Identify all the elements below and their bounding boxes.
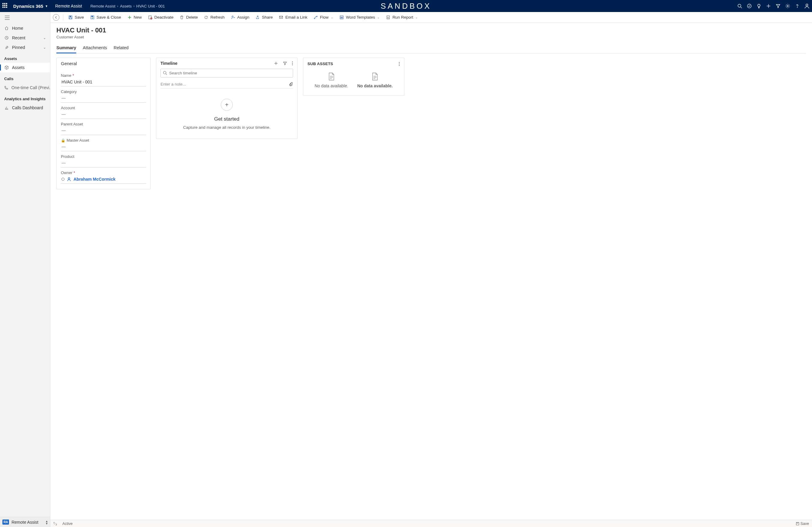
sidebar-item-home[interactable]: Home bbox=[0, 24, 50, 33]
breadcrumb-assets[interactable]: Assets bbox=[120, 4, 132, 9]
filter-icon[interactable] bbox=[775, 3, 781, 9]
svg-point-32 bbox=[292, 65, 293, 66]
save-button[interactable]: Save bbox=[66, 14, 86, 21]
svg-line-1 bbox=[741, 7, 742, 8]
run-report-button[interactable]: Run Report⌄ bbox=[383, 14, 420, 21]
status-save-button[interactable]: Save bbox=[796, 522, 809, 526]
no-data-label: No data available. bbox=[357, 83, 393, 88]
refresh-icon bbox=[204, 15, 208, 20]
chevron-right-icon: › bbox=[117, 4, 118, 8]
tab-related[interactable]: Related bbox=[114, 43, 129, 53]
timeline-create-button[interactable]: + bbox=[221, 99, 233, 111]
deactivate-button[interactable]: Deactivate bbox=[145, 14, 176, 21]
svg-rect-13 bbox=[70, 16, 71, 17]
svg-point-5 bbox=[787, 5, 788, 6]
field-product-label: Product bbox=[61, 154, 74, 159]
brand-dropdown[interactable]: Dynamics 365 ▼ bbox=[13, 4, 48, 9]
empty-description: Capture and manage all records in your t… bbox=[183, 125, 270, 130]
owner-link[interactable]: Abraham McCormick bbox=[73, 177, 115, 182]
field-name-label: Name bbox=[61, 73, 71, 78]
sidebar-item-assets[interactable]: Assets bbox=[0, 63, 50, 72]
back-button[interactable] bbox=[53, 14, 59, 21]
app-launcher-icon[interactable] bbox=[2, 3, 9, 9]
subassets-section: SUB ASSETS No data available. No data av… bbox=[303, 58, 404, 96]
sidebar-item-pinned[interactable]: Pinned ⌄ bbox=[0, 43, 50, 52]
empty-title: Get started bbox=[214, 116, 240, 122]
sidebar-item-recent[interactable]: Recent ⌄ bbox=[0, 33, 50, 43]
search-icon bbox=[163, 71, 167, 75]
flow-button[interactable]: Flow⌄ bbox=[311, 14, 336, 21]
field-category-value[interactable]: --- bbox=[61, 94, 146, 103]
svg-point-37 bbox=[399, 65, 400, 66]
field-owner-value[interactable]: Abraham McCormick bbox=[61, 175, 146, 184]
cube-icon bbox=[4, 66, 9, 70]
trash-icon bbox=[179, 15, 184, 20]
field-account-value[interactable]: --- bbox=[61, 110, 146, 119]
field-product-value[interactable]: --- bbox=[61, 159, 146, 168]
breadcrumb-current: HVAC Unit - 001 bbox=[136, 4, 165, 9]
timeline-filter-icon[interactable] bbox=[283, 61, 287, 66]
svg-point-6 bbox=[797, 7, 797, 8]
sidebar-area-switcher[interactable]: RA Remote Assist ▴▾ bbox=[0, 517, 50, 527]
delete-button[interactable]: Delete bbox=[177, 14, 200, 21]
chevron-down-icon: ⌄ bbox=[377, 16, 380, 19]
help-icon[interactable] bbox=[795, 3, 800, 9]
sidebar-item-label: Pinned bbox=[12, 45, 25, 50]
task-icon[interactable] bbox=[746, 3, 752, 9]
lightbulb-icon[interactable] bbox=[756, 3, 762, 9]
attachment-icon[interactable] bbox=[289, 82, 293, 86]
tab-summary[interactable]: Summary bbox=[56, 43, 76, 54]
person-icon bbox=[67, 177, 71, 181]
brand-label: Dynamics 365 bbox=[13, 4, 43, 9]
svg-point-31 bbox=[292, 63, 293, 64]
svg-point-35 bbox=[399, 62, 400, 63]
subassets-more-icon[interactable] bbox=[398, 62, 400, 66]
lock-icon: 🔒 bbox=[61, 138, 66, 143]
timeline-add-icon[interactable] bbox=[274, 61, 278, 66]
assign-button[interactable]: Assign bbox=[228, 14, 252, 21]
expand-icon[interactable] bbox=[53, 522, 57, 526]
save-close-button[interactable]: Save & Close bbox=[88, 14, 124, 21]
field-account-label: Account bbox=[61, 106, 75, 110]
form-content: General Name* HVAC Unit - 001 Category -… bbox=[50, 54, 812, 520]
timeline-more-icon[interactable] bbox=[292, 61, 293, 66]
refresh-button[interactable]: Refresh bbox=[201, 14, 227, 21]
chevron-right-icon: › bbox=[133, 4, 134, 8]
timeline-search-input[interactable] bbox=[160, 69, 293, 77]
gear-icon[interactable] bbox=[785, 3, 791, 9]
timeline-note-input[interactable]: Enter a note... bbox=[160, 80, 293, 88]
add-icon[interactable] bbox=[766, 3, 771, 9]
breadcrumb-root[interactable]: Remote Assist bbox=[90, 4, 115, 9]
chevron-down-icon: ⌄ bbox=[43, 36, 46, 40]
clock-icon bbox=[4, 36, 9, 40]
sidebar-toggle[interactable] bbox=[0, 12, 50, 24]
sidebar-item-calls-dashboard[interactable]: Calls Dashboard bbox=[0, 103, 50, 113]
svg-point-2 bbox=[748, 4, 751, 8]
pin-icon bbox=[4, 45, 9, 49]
new-button[interactable]: New bbox=[125, 14, 144, 21]
share-button[interactable]: Share bbox=[253, 14, 275, 21]
sidebar-item-label: Calls Dashboard bbox=[12, 105, 43, 110]
account-icon[interactable] bbox=[804, 3, 810, 9]
chevron-down-icon: ⌄ bbox=[331, 16, 333, 19]
search-icon[interactable] bbox=[737, 3, 742, 9]
svg-rect-45 bbox=[797, 522, 798, 523]
field-master-label: Master Asset bbox=[67, 138, 89, 143]
svg-rect-44 bbox=[796, 522, 799, 525]
tab-attachments[interactable]: Attachments bbox=[83, 43, 107, 53]
email-link-button[interactable]: Email a Link bbox=[276, 14, 310, 21]
field-name-value[interactable]: HVAC Unit - 001 bbox=[61, 78, 146, 86]
svg-point-33 bbox=[163, 71, 166, 74]
sidebar-section-analytics: Analytics and Insights bbox=[0, 92, 50, 103]
chart-icon bbox=[4, 106, 9, 110]
sidebar-item-onetime-call[interactable]: One-time Call (Previ... bbox=[0, 83, 50, 92]
svg-point-30 bbox=[292, 61, 293, 62]
word-templates-button[interactable]: Word Templates⌄ bbox=[337, 14, 382, 21]
field-parent-value[interactable]: --- bbox=[61, 126, 146, 135]
timeline-section: Timeline Enter a note... bbox=[156, 58, 298, 139]
form-status-bar: Active Save bbox=[50, 520, 812, 527]
sandbox-label: SANDBOX bbox=[381, 1, 431, 11]
no-data-label: No data available. bbox=[315, 83, 348, 88]
save-close-icon bbox=[90, 15, 95, 20]
plus-icon bbox=[127, 15, 132, 20]
